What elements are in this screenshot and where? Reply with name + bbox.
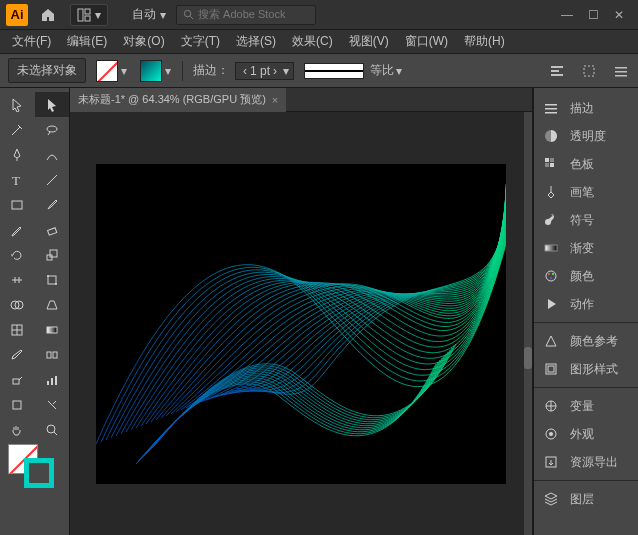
stroke-color-swatch[interactable] xyxy=(140,60,162,82)
canvas[interactable] xyxy=(70,112,532,535)
menu-type[interactable]: 文字(T) xyxy=(175,31,226,52)
panel-swatches[interactable]: 色板 xyxy=(534,150,638,178)
eyedropper-tool[interactable] xyxy=(0,342,35,367)
eraser-tool[interactable] xyxy=(35,217,70,242)
panel-divider xyxy=(534,387,638,388)
svg-point-46 xyxy=(552,273,554,275)
panel-stroke[interactable]: 描边 xyxy=(534,94,638,122)
panel-color[interactable]: 颜色 xyxy=(534,262,638,290)
transform-icon[interactable] xyxy=(580,62,598,80)
selection-tool[interactable] xyxy=(0,92,35,117)
workspace-switcher[interactable]: 自动▾ xyxy=(132,6,166,23)
menu-bar: 文件(F) 编辑(E) 对象(O) 文字(T) 选择(S) 效果(C) 视图(V… xyxy=(0,30,638,54)
panel-actions[interactable]: 动作 xyxy=(534,290,638,318)
perspective-tool[interactable] xyxy=(35,292,70,317)
appearance-icon xyxy=(542,426,560,442)
zoom-tool[interactable] xyxy=(35,417,70,442)
panel-gradient[interactable]: 渐变 xyxy=(534,234,638,262)
free-transform-tool[interactable] xyxy=(35,267,70,292)
svg-rect-10 xyxy=(615,71,627,73)
stroke-profile[interactable] xyxy=(304,63,364,79)
scroll-thumb[interactable] xyxy=(524,347,532,369)
menu-edit[interactable]: 编辑(E) xyxy=(61,31,113,52)
document-tab[interactable]: 未标题-1* @ 64.34% (RGB/GPU 预览) × xyxy=(70,88,286,112)
svg-rect-5 xyxy=(551,66,563,68)
svg-rect-49 xyxy=(548,366,554,372)
width-tool[interactable] xyxy=(0,267,35,292)
panel-color-guide[interactable]: 颜色参考 xyxy=(534,327,638,355)
svg-rect-19 xyxy=(48,276,56,284)
panel-variables[interactable]: 变量 xyxy=(534,392,638,420)
svg-point-12 xyxy=(47,126,57,132)
panel-appearance[interactable]: 外观 xyxy=(534,420,638,448)
menu-effect[interactable]: 效果(C) xyxy=(286,31,339,52)
graph-tool[interactable] xyxy=(35,367,70,392)
panel-divider xyxy=(534,322,638,323)
rotate-tool[interactable] xyxy=(0,242,35,267)
close-button[interactable]: ✕ xyxy=(606,5,632,25)
panel-brushes[interactable]: 画笔 xyxy=(534,178,638,206)
panel-styles[interactable]: 图形样式 xyxy=(534,355,638,383)
mesh-tool[interactable] xyxy=(0,317,35,342)
panel-opacity[interactable]: 透明度 xyxy=(534,122,638,150)
brush-tool[interactable] xyxy=(35,192,70,217)
minimize-button[interactable]: — xyxy=(554,5,580,25)
fill-color-swatch[interactable] xyxy=(96,60,118,82)
layout-selector[interactable]: ▾ xyxy=(70,4,108,26)
stroke-swatch[interactable] xyxy=(24,458,54,488)
pen-tool[interactable] xyxy=(0,142,35,167)
svg-rect-36 xyxy=(545,108,557,110)
gradient-tool[interactable] xyxy=(35,317,70,342)
blend-tool[interactable] xyxy=(35,342,70,367)
rectangle-tool[interactable] xyxy=(0,192,35,217)
svg-rect-2 xyxy=(85,16,90,21)
magic-wand-tool[interactable] xyxy=(0,117,35,142)
menu-object[interactable]: 对象(O) xyxy=(117,31,170,52)
svg-rect-15 xyxy=(12,201,22,209)
curvature-tool[interactable] xyxy=(35,142,70,167)
symbol-sprayer-tool[interactable] xyxy=(0,367,35,392)
stroke-weight-stepper[interactable]: ‹1 pt›▾ xyxy=(235,62,294,80)
menu-file[interactable]: 文件(F) xyxy=(6,31,57,52)
scale-tool[interactable] xyxy=(35,242,70,267)
stroke-dropdown-icon[interactable]: ▾ xyxy=(162,64,174,78)
svg-rect-35 xyxy=(545,104,557,106)
color-picker[interactable] xyxy=(0,442,69,488)
svg-rect-18 xyxy=(50,250,57,257)
svg-point-44 xyxy=(546,271,556,281)
menu-window[interactable]: 窗口(W) xyxy=(399,31,454,52)
panel-export[interactable]: 资源导出 xyxy=(534,448,638,476)
shape-builder-tool[interactable] xyxy=(0,292,35,317)
svg-point-52 xyxy=(549,432,553,436)
color-guide-icon xyxy=(542,333,560,349)
menu-select[interactable]: 选择(S) xyxy=(230,31,282,52)
line-tool[interactable] xyxy=(35,167,70,192)
align-icon[interactable] xyxy=(548,62,566,80)
title-bar: Ai ▾ 自动▾ 搜索 Adobe Stock — ☐ ✕ xyxy=(0,0,638,30)
fill-dropdown-icon[interactable]: ▾ xyxy=(118,64,130,78)
svg-rect-28 xyxy=(13,379,19,384)
proportion-dropdown-icon[interactable]: ▾ xyxy=(396,64,402,78)
panel-symbols[interactable]: 符号 xyxy=(534,206,638,234)
vertical-scrollbar[interactable] xyxy=(524,112,532,535)
svg-rect-37 xyxy=(545,112,557,114)
panel-menu-icon[interactable] xyxy=(612,62,630,80)
direct-selection-tool[interactable] xyxy=(35,92,70,117)
export-icon xyxy=(542,454,560,470)
maximize-button[interactable]: ☐ xyxy=(580,5,606,25)
menu-help[interactable]: 帮助(H) xyxy=(458,31,511,52)
svg-point-33 xyxy=(47,425,55,433)
close-tab-icon[interactable]: × xyxy=(272,94,278,106)
pencil-tool[interactable] xyxy=(0,217,35,242)
stock-search[interactable]: 搜索 Adobe Stock xyxy=(176,5,316,25)
type-tool[interactable]: T xyxy=(0,167,35,192)
hand-tool[interactable] xyxy=(0,417,35,442)
panel-layers[interactable]: 图层 xyxy=(534,485,638,513)
lasso-tool[interactable] xyxy=(35,117,70,142)
menu-view[interactable]: 视图(V) xyxy=(343,31,395,52)
slice-tool[interactable] xyxy=(35,392,70,417)
right-panel: 描边 透明度 色板 画笔 符号 渐变 颜色 动作 颜色参考 图形样式 变量 外观… xyxy=(532,88,638,535)
home-icon[interactable] xyxy=(36,3,60,27)
color-icon xyxy=(542,268,560,284)
artboard-tool[interactable] xyxy=(0,392,35,417)
